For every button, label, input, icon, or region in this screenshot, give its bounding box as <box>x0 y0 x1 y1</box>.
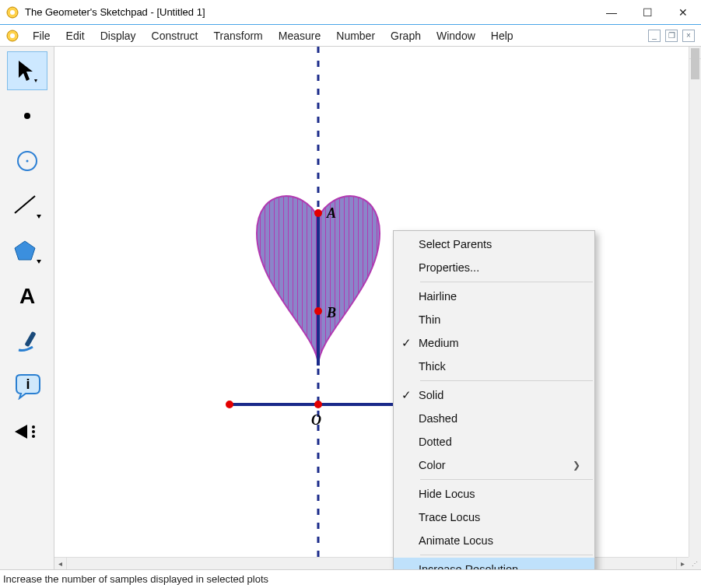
window-title: The Geometer's Sketchpad - [Untitled 1] <box>25 6 594 18</box>
circle-icon <box>14 148 40 174</box>
mdi-close-button[interactable]: × <box>682 30 695 42</box>
axis-left-point[interactable] <box>226 401 233 408</box>
menu-measure[interactable]: Measure <box>271 27 328 44</box>
point-icon <box>19 108 35 124</box>
submenu-arrow-icon: ❯ <box>573 460 580 471</box>
svg-point-13 <box>32 430 35 433</box>
vscroll-thumb[interactable] <box>691 48 699 79</box>
vertical-scrollbar[interactable]: ▴ <box>689 47 701 557</box>
label-b: B <box>327 305 336 321</box>
text-tool[interactable]: A <box>7 277 47 316</box>
svg-marker-8 <box>15 241 35 260</box>
ctx-separator <box>420 555 593 555</box>
menu-transform[interactable]: Transform <box>206 27 271 44</box>
ctx-properties[interactable]: Properties... <box>394 256 594 279</box>
svg-point-4 <box>24 113 30 119</box>
mdi-restore-button[interactable]: ❐ <box>665 30 678 42</box>
app-icon <box>6 6 19 19</box>
ctx-medium[interactable]: Medium <box>394 331 594 355</box>
point-b[interactable] <box>314 307 322 315</box>
line-tool[interactable] <box>7 187 47 226</box>
custom-tool[interactable] <box>7 412 47 451</box>
custom-icon <box>12 420 43 443</box>
scroll-left-icon[interactable]: ◂ <box>54 558 67 569</box>
ctx-solid[interactable]: Solid <box>394 383 594 407</box>
context-menu: Select Parents Properties... Hairline Th… <box>393 230 595 588</box>
text-icon: A <box>16 285 39 308</box>
marker-icon <box>14 328 40 355</box>
tool-palette: A i <box>0 47 54 569</box>
svg-text:A: A <box>19 285 34 308</box>
ctx-dashed[interactable]: Dashed <box>394 407 594 430</box>
menu-display[interactable]: Display <box>93 27 144 44</box>
menu-construct[interactable]: Construct <box>144 27 206 44</box>
menu-number[interactable]: Number <box>328 27 383 44</box>
doc-icon <box>6 30 19 42</box>
svg-rect-10 <box>24 331 36 347</box>
status-bar: Increase the number of samples displayed… <box>0 569 701 588</box>
titlebar: The Geometer's Sketchpad - [Untitled 1] … <box>0 0 701 25</box>
ctx-hide-locus[interactable]: Hide Locus <box>394 482 594 506</box>
svg-point-14 <box>32 435 35 438</box>
canvas-area: A B O ▴ ◂ ▸ ⋰ <box>54 47 701 569</box>
menu-edit[interactable]: Edit <box>58 27 93 44</box>
point-tool[interactable] <box>7 96 47 135</box>
window-controls: — ☐ ✕ <box>594 1 701 24</box>
mdi-controls: _ ❐ × <box>648 30 701 42</box>
arrow-icon <box>14 58 40 84</box>
svg-line-7 <box>15 196 35 213</box>
close-button[interactable]: ✕ <box>665 1 701 24</box>
polygon-tool[interactable] <box>7 232 47 271</box>
svg-point-3 <box>10 33 15 38</box>
status-text: Increase the number of samples displayed… <box>3 573 268 585</box>
arrow-tool[interactable] <box>7 51 47 90</box>
scroll-right-icon[interactable]: ▸ <box>676 558 689 569</box>
ctx-separator <box>420 282 593 282</box>
line-icon <box>12 193 43 219</box>
menu-file[interactable]: File <box>25 27 58 44</box>
ctx-thin[interactable]: Thin <box>394 308 594 331</box>
marker-tool[interactable] <box>7 322 47 361</box>
ctx-hairline[interactable]: Hairline <box>394 285 594 308</box>
compass-tool[interactable] <box>7 142 47 180</box>
resize-grip[interactable]: ⋰ <box>689 557 701 569</box>
ctx-trace-locus[interactable]: Trace Locus <box>394 506 594 529</box>
workspace: A i <box>0 47 701 569</box>
label-a: A <box>327 205 336 222</box>
origin-point[interactable] <box>314 401 322 408</box>
info-icon: i <box>13 373 41 400</box>
svg-point-1 <box>10 10 15 15</box>
svg-text:i: i <box>26 376 30 392</box>
menubar: File Edit Display Construct Transform Me… <box>0 25 701 47</box>
polygon-icon <box>12 238 43 264</box>
ctx-select-parents[interactable]: Select Parents <box>394 233 594 256</box>
label-o: O <box>311 412 321 429</box>
menu-window[interactable]: Window <box>429 27 483 44</box>
ctx-separator <box>420 479 593 480</box>
ctx-color[interactable]: Color❯ <box>394 453 594 477</box>
ctx-separator <box>420 380 593 381</box>
ctx-dotted[interactable]: Dotted <box>394 430 594 453</box>
maximize-button[interactable]: ☐ <box>629 1 665 24</box>
ctx-thick[interactable]: Thick <box>394 355 594 378</box>
menu-graph[interactable]: Graph <box>383 27 429 44</box>
point-a[interactable] <box>314 209 322 217</box>
ctx-animate-locus[interactable]: Animate Locus <box>394 529 594 552</box>
menu-help[interactable]: Help <box>483 27 521 44</box>
info-tool[interactable]: i <box>7 367 47 406</box>
svg-point-6 <box>26 160 28 163</box>
minimize-button[interactable]: — <box>594 1 629 24</box>
mdi-minimize-button[interactable]: _ <box>648 30 661 42</box>
svg-point-12 <box>32 425 35 429</box>
